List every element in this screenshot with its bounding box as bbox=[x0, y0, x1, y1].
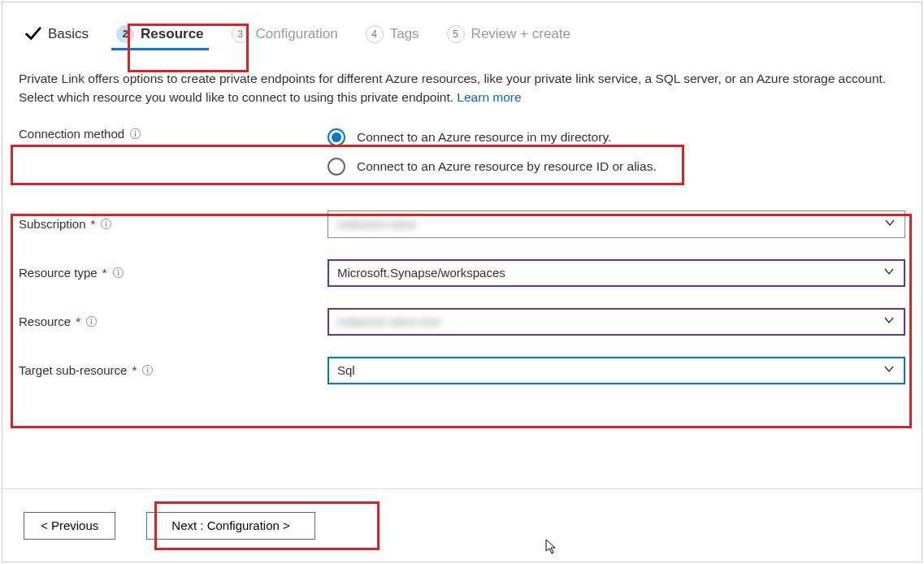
radio-icon bbox=[328, 158, 345, 176]
info-icon[interactable] bbox=[129, 128, 141, 140]
tab-review-create[interactable]: 5 Review + create bbox=[442, 22, 575, 50]
chevron-down-icon bbox=[883, 362, 896, 378]
chevron-down-icon bbox=[883, 314, 896, 329]
tab-configuration[interactable]: 3 Configuration bbox=[227, 22, 343, 50]
required-indicator: * bbox=[91, 217, 96, 231]
label-target-sub-resource: Target sub-resource * bbox=[19, 363, 328, 377]
select-value: Microsoft.Synapse/workspaces bbox=[337, 266, 505, 280]
chevron-down-icon bbox=[883, 216, 896, 232]
info-icon[interactable] bbox=[112, 267, 124, 279]
label-resource-type: Resource type * bbox=[19, 266, 328, 280]
wizard-footer: < Previous Next : Configuration > bbox=[2, 488, 922, 562]
tab-number-badge: 5 bbox=[447, 25, 465, 43]
tab-label: Configuration bbox=[256, 26, 338, 42]
radio-connect-my-directory[interactable]: Connect to an Azure resource in my direc… bbox=[328, 128, 657, 146]
tab-tags[interactable]: 4 Tags bbox=[361, 22, 424, 50]
svg-point-7 bbox=[117, 270, 119, 271]
row-resource-type: Resource type * Microsoft.Synapse/worksp… bbox=[19, 257, 905, 289]
select-target-sub-resource[interactable]: Sql bbox=[328, 357, 905, 384]
chevron-down-icon bbox=[883, 265, 896, 280]
info-icon[interactable] bbox=[100, 218, 112, 230]
label-connection-method: Connection method bbox=[19, 127, 328, 141]
content-area: Basics 2 Resource 3 Configuration 4 Tags… bbox=[2, 2, 922, 488]
page-description: Private Link offers options to create pr… bbox=[19, 69, 905, 107]
learn-more-link[interactable]: Learn more bbox=[457, 90, 521, 104]
tab-basics[interactable]: Basics bbox=[19, 22, 93, 50]
info-icon[interactable] bbox=[141, 364, 154, 376]
svg-rect-11 bbox=[91, 320, 92, 324]
radio-connect-by-id[interactable]: Connect to an Azure resource by resource… bbox=[328, 158, 657, 176]
svg-point-10 bbox=[91, 319, 93, 320]
connection-method-options: Connect to an Azure resource in my direc… bbox=[328, 127, 657, 176]
tab-number-badge: 3 bbox=[232, 25, 249, 43]
tab-resource[interactable]: 2 Resource bbox=[111, 22, 208, 50]
svg-rect-5 bbox=[106, 223, 106, 227]
wizard-tabs: Basics 2 Resource 3 Configuration 4 Tags… bbox=[19, 22, 905, 50]
label-subscription: Subscription * bbox=[19, 217, 328, 231]
previous-button[interactable]: < Previous bbox=[24, 512, 115, 540]
checkmark-icon bbox=[24, 25, 41, 43]
label-resource: Resource * bbox=[19, 315, 328, 328]
svg-rect-14 bbox=[147, 369, 148, 373]
radio-icon bbox=[328, 128, 345, 146]
required-indicator: * bbox=[102, 266, 107, 280]
svg-rect-2 bbox=[135, 132, 136, 137]
tab-label: Basics bbox=[48, 26, 89, 42]
description-text: Private Link offers options to create pr… bbox=[19, 72, 886, 104]
tab-number-badge: 4 bbox=[366, 25, 384, 43]
required-indicator: * bbox=[132, 363, 137, 377]
radio-label: Connect to an Azure resource in my direc… bbox=[357, 130, 611, 145]
svg-point-4 bbox=[106, 221, 107, 223]
select-value: Sql bbox=[337, 363, 355, 377]
radio-label: Connect to an Azure resource by resource… bbox=[357, 159, 657, 174]
svg-point-13 bbox=[147, 367, 149, 369]
select-subscription[interactable]: redacted value bbox=[328, 210, 905, 238]
wizard-page: Basics 2 Resource 3 Configuration 4 Tags… bbox=[2, 2, 922, 562]
select-resource-type[interactable]: Microsoft.Synapse/workspaces bbox=[328, 259, 905, 287]
svg-point-1 bbox=[135, 130, 137, 132]
tab-label: Tags bbox=[390, 26, 419, 42]
select-value: redacted value text bbox=[337, 315, 440, 328]
tab-label: Review + create bbox=[471, 26, 570, 42]
row-connection-method: Connection method Connect to an Azure re… bbox=[19, 127, 905, 176]
select-resource[interactable]: redacted value text bbox=[328, 308, 905, 336]
row-resource: Resource * redacted value text bbox=[19, 306, 905, 338]
select-value: redacted value bbox=[336, 217, 416, 231]
row-subscription: Subscription * redacted value bbox=[19, 208, 905, 241]
tab-label: Resource bbox=[141, 26, 203, 42]
tab-number-badge: 2 bbox=[116, 25, 134, 43]
row-target-sub-resource: Target sub-resource * Sql bbox=[19, 354, 905, 387]
required-indicator: * bbox=[76, 315, 80, 328]
next-button[interactable]: Next : Configuration > bbox=[146, 512, 315, 540]
info-icon[interactable] bbox=[85, 315, 98, 328]
svg-rect-8 bbox=[117, 271, 118, 275]
